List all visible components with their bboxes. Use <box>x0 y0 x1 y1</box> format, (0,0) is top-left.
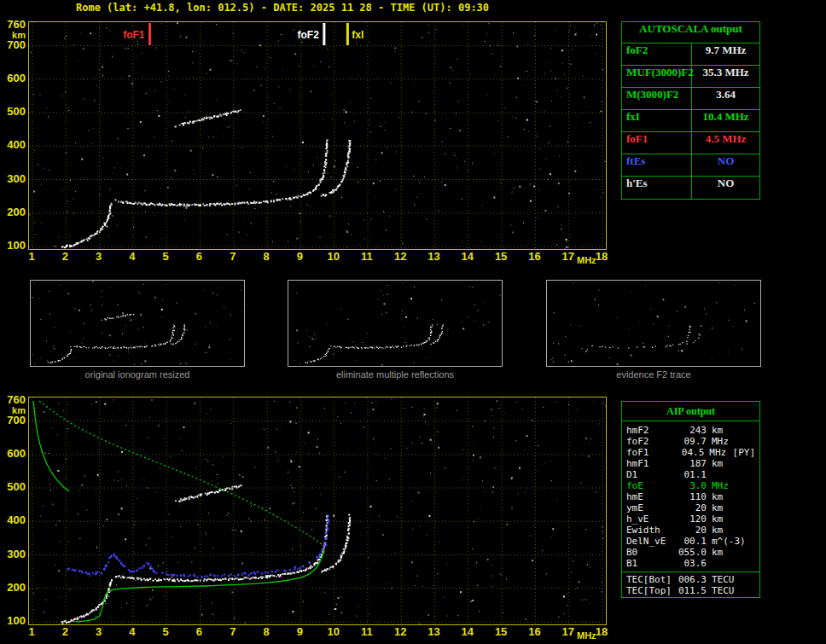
x-axis-tick-label: 12 <box>390 251 410 262</box>
aip-table-row: hmF1 187 km <box>622 458 759 469</box>
autoscala-table-row: fxI 10.4 MHz <box>622 110 759 132</box>
series-E-trace <box>61 579 113 624</box>
parameter-value: 9.7 MHz <box>692 44 759 65</box>
x-axis-tick-label: 16 <box>524 626 544 637</box>
series-E-trace <box>305 348 330 363</box>
parameter-note <box>736 469 755 480</box>
x-axis-tick-label: 3 <box>89 626 109 637</box>
thumbnail-caption-eliminate: eliminate multiple reflections <box>288 369 503 380</box>
thumbnail-eliminate-canvas <box>288 281 502 366</box>
parameter-name: hmF1 <box>626 458 676 469</box>
parameter-unit: MHz <box>707 436 736 447</box>
parameter-unit <box>707 469 736 480</box>
parameter-name: TEC[Top] <box>626 585 676 596</box>
background-noise <box>32 281 241 365</box>
series-F-trace-X <box>686 326 701 345</box>
parameter-label: h'Es <box>622 177 692 199</box>
y-axis-tick-label: 760 <box>0 394 26 405</box>
parameter-note <box>736 436 755 447</box>
series-E-trace <box>61 203 113 249</box>
background-noise <box>33 399 606 624</box>
aip-table-row: h_vE 120 km <box>622 513 759 525</box>
foF2-marker-label: foF2 <box>298 29 320 41</box>
series-F-trace-O <box>591 326 690 349</box>
x-axis-tick-label: 12 <box>390 626 410 637</box>
x-axis-tick-label: 10 <box>323 626 344 637</box>
x-axis-tick-label: 14 <box>457 251 478 262</box>
parameter-unit: km <box>707 513 736 525</box>
aip-ionogram-plot <box>28 397 607 625</box>
autoscala-output-table-rows: foF2 9.7 MHz MUF(3000)F2 35.3 MHz M(3000… <box>622 44 759 199</box>
parameter-unit: km <box>707 547 736 558</box>
grid-lines <box>29 397 606 624</box>
autoscala-output-table-title: AUTOSCALA output <box>622 22 759 44</box>
parameter-name: hmF2 <box>626 425 676 436</box>
parameter-value: 006.3 <box>676 574 707 585</box>
x-axis-tick-label: 16 <box>524 251 544 262</box>
parameter-name: foF1 <box>626 447 674 458</box>
series-F-trace-O <box>330 325 433 350</box>
fxI-marker-label: fxI <box>352 29 364 41</box>
thumbnail-original-canvas <box>31 281 244 366</box>
x-axis-tick-label: 3 <box>89 251 109 262</box>
thumbnail-evidence-canvas <box>547 281 760 366</box>
aip-output-table-title: AIP output <box>622 403 759 421</box>
parameter-name: hmE <box>626 491 676 502</box>
parameter-note <box>736 574 755 585</box>
parameter-name: TEC[Bot] <box>626 574 676 585</box>
series-F-trace-X <box>321 140 352 197</box>
aip-table-row: foF1 04.5 MHz [PY] <box>622 447 759 458</box>
y-axis-tick-label: 600 <box>0 448 26 459</box>
series-profile-topside <box>39 401 322 544</box>
parameter-label: M(3000)F2 <box>622 88 692 109</box>
parameter-name: ymE <box>626 502 676 513</box>
station-date-title: Rome (lat: +41.8, lon: 012.5) - DATE: 20… <box>76 2 489 14</box>
parameter-unit: MHz <box>707 480 736 491</box>
autoscala-table-row: foF1 4.5 MHz <box>622 132 759 154</box>
y-axis-tick-label: 300 <box>0 548 26 560</box>
parameter-note <box>736 547 755 558</box>
parameter-value: 10.4 MHz <box>692 110 759 131</box>
x-axis-tick-label: 8 <box>256 626 276 637</box>
aip-table-row: DelN_vE 00.1 m^(-3) <box>622 536 759 547</box>
parameter-unit: TECU <box>707 574 736 585</box>
autoscala-output-table: AUTOSCALA output foF2 9.7 MHz MUF(3000)F… <box>621 21 760 200</box>
aip-table-row: TEC[Bot] 006.3 TECU <box>622 574 759 585</box>
background-noise <box>294 283 500 366</box>
main-ionogram-canvas: foF1foF2fxI <box>29 22 606 249</box>
y-axis-tick-label: 200 <box>0 206 26 218</box>
parameter-note <box>736 558 755 569</box>
y-axis-tick-label: 700 <box>0 415 26 426</box>
background-noise <box>550 282 755 365</box>
autoscala-table-row: M(3000)F2 3.64 <box>622 88 759 110</box>
parameter-unit: km <box>707 491 736 502</box>
series-F-trace-O <box>115 515 329 583</box>
y-axis-tick-label: 760 <box>0 19 26 30</box>
series-multiple-hop <box>175 109 241 128</box>
parameter-value: 20 <box>676 502 707 513</box>
y-axis-tick-label: 300 <box>0 173 26 184</box>
parameter-value: 011.5 <box>676 585 707 596</box>
x-axis-tick-label: 11 <box>357 251 377 262</box>
parameter-name: h_vE <box>626 513 676 525</box>
parameter-note <box>736 491 755 502</box>
parameter-name: D1 <box>626 469 676 480</box>
x-axis-tick-label: 7 <box>223 626 243 637</box>
x-axis-tick-label: 4 <box>122 626 143 637</box>
aip-table-row: foF2 09.7 MHz <box>622 436 759 447</box>
aip-table-row: ymE 20 km <box>622 502 759 513</box>
x-axis-tick-label: 6 <box>189 626 209 637</box>
parameter-value: 20 <box>676 525 707 536</box>
autoscala-table-row: h'Es NO <box>622 177 759 199</box>
parameter-label: foF1 <box>622 132 692 154</box>
aip-table-row: D1 01.1 <box>622 469 759 480</box>
main-ionogram-plot: foF1foF2fxI <box>28 21 607 250</box>
series-E-trace <box>48 346 72 363</box>
y-axis-tick-label: 500 <box>0 481 26 492</box>
parameter-value: NO <box>692 177 759 199</box>
x-axis-tick-label: 15 <box>491 251 511 262</box>
x-axis-tick-label: 14 <box>457 626 478 637</box>
x-axis-tick-label: 1 <box>21 251 42 262</box>
y-axis-tick-label: 500 <box>0 106 26 117</box>
x-axis-tick-label: 9 <box>289 251 310 262</box>
